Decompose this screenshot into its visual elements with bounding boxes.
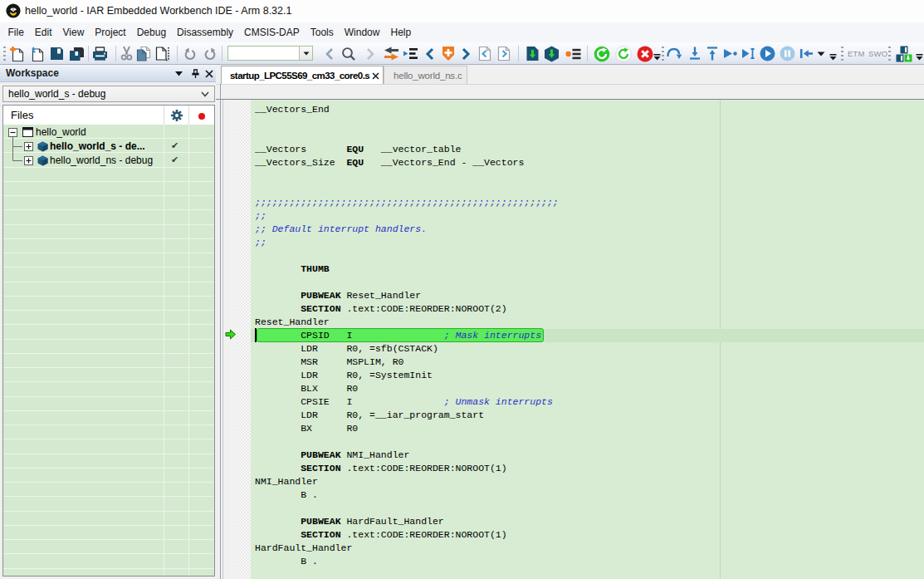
expand-icon[interactable] [24,142,33,151]
code-line: LDR R0, =__iar_program_start [255,409,924,422]
next-statement-button[interactable] [722,44,737,63]
new-document-button[interactable] [8,44,25,63]
stop-debugging-button[interactable] [636,44,653,63]
fold-margin[interactable] [237,100,251,579]
swo-button[interactable]: SWO [868,46,887,61]
quick-search-dropdown-button[interactable] [299,47,312,60]
navigate-backward-icon [424,47,435,61]
column-grid-line [164,125,164,576]
download-and-debug-button[interactable] [543,44,560,63]
build-log-button[interactable] [565,44,581,63]
close-panel-icon[interactable] [205,70,213,78]
code-line [255,169,924,183]
gear-icon[interactable] [170,109,183,122]
build-configuration-select[interactable]: hello_world_s - debug [2,86,215,102]
tree-row-hello-world[interactable]: hello_world [3,125,214,140]
code-line: ;;;;;;;;;;;;;;;;;;;;;;;;;;;;;;;;;;;;;;;;… [255,196,924,209]
collapse-icon[interactable] [8,128,17,137]
menu-tools[interactable]: Tools [305,22,339,42]
toolbar-grip[interactable] [662,47,664,61]
files-tree-body[interactable]: hello_world hello_world_s - de...✔ hello… [3,125,214,576]
reset-target-button[interactable] [798,44,814,63]
navigate-backward-button[interactable] [423,44,435,63]
panel-menu-icon[interactable] [175,71,183,76]
copy-button[interactable] [135,44,151,63]
tab-startup-file[interactable]: startup_LPC55S69_cm33_core0.s [221,66,384,84]
find-next-button[interactable] [364,44,376,63]
cut-button[interactable] [119,44,134,63]
code-line: PUBWEAK NMI_Handler [255,449,924,462]
files-tree-header[interactable]: Files [3,105,214,125]
open-button[interactable] [28,44,45,63]
navigate-forward-button[interactable] [460,44,472,63]
code-line: HardFault_Handler [255,542,924,555]
cut-icon [120,46,134,61]
find-button[interactable] [340,44,357,63]
quick-search-input[interactable] [229,47,299,59]
menu-help[interactable]: Help [385,22,417,42]
step-out-icon [706,47,719,61]
expand-icon[interactable] [24,156,33,165]
close-tab-icon[interactable] [372,72,379,80]
print-button[interactable] [91,44,108,63]
tree-row-hello-world-s-de[interactable]: hello_world_s - de...✔ [3,140,214,154]
menu-file[interactable]: File [2,22,29,42]
editor-area: startup_LPC55S69_cm33_core0.s hello_worl… [216,65,924,579]
menu-debug[interactable]: Debug [131,22,171,42]
go-to-button[interactable] [403,44,418,63]
checkmark-icon: ✔ [171,154,183,168]
tab-hello-world-ns[interactable]: hello_world_ns.c [384,66,467,84]
breakpoint-gutter[interactable] [223,100,237,579]
toggle-breakpoint-icon [442,46,455,61]
redo-button[interactable] [202,44,218,63]
menu-view[interactable]: View [57,22,90,42]
terminal-io-button[interactable] [895,44,912,63]
reset-dropdown-button[interactable] [816,44,825,63]
find-replace-button[interactable] [383,44,399,63]
reset-button[interactable] [593,44,610,63]
go-button[interactable] [759,44,775,63]
menu-project[interactable]: Project [90,22,131,42]
toolbar-separator [88,46,89,61]
make-button[interactable] [525,44,540,63]
toggle-breakpoint-button[interactable] [441,44,455,63]
paste-button[interactable] [154,44,170,63]
find-previous-icon [324,47,335,61]
toolbar-overflow-button[interactable] [829,54,837,61]
save-button[interactable] [48,44,65,63]
menu-cmsis-dap[interactable]: CMSIS-DAP [239,22,306,42]
code-editor[interactable]: __Vectors_End __Vectors EQU __vector_tab… [251,100,924,579]
breakpoint-column-icon[interactable] [198,113,205,120]
find-previous-button[interactable] [323,44,335,63]
menu-disassembly[interactable]: Disassembly [172,22,239,42]
step-over-button[interactable] [665,44,682,63]
code-line: PUBWEAK Reset_Handler [255,289,924,302]
workspace-panel-header[interactable]: Workspace [0,65,216,82]
run-to-cursor-button[interactable] [741,44,755,63]
toolbar-grip[interactable] [841,47,843,61]
quick-search-combo[interactable] [227,46,313,61]
go-to-icon [403,47,418,60]
find-next-icon [364,47,376,61]
toolbar-grip[interactable] [888,47,891,61]
etm-button[interactable]: ETM [848,46,865,61]
step-out-button[interactable] [705,44,720,63]
tabstrip-bottom-line [216,84,924,85]
reset-dropdown-icon [817,52,825,56]
undo-button[interactable] [182,44,198,63]
tree-node-label: hello_world [36,125,86,140]
step-into-button[interactable] [687,44,702,63]
toolbar-grip[interactable] [3,47,6,61]
save-all-button[interactable] [68,44,85,63]
tree-row-hello-world-ns-debug[interactable]: hello_world_ns - debug✔ [3,154,214,168]
previous-document-button[interactable] [477,44,491,63]
pin-icon[interactable] [190,69,199,79]
next-document-button[interactable] [496,44,511,63]
break-button[interactable] [779,44,795,63]
code-line: MSR MSPLIM, R0 [255,356,924,369]
menu-edit[interactable]: Edit [29,22,57,42]
toolbar-overflow-button[interactable] [653,54,661,61]
restart-debugger-button[interactable] [614,44,632,63]
toolbar-overflow-button[interactable] [916,54,923,61]
menu-window[interactable]: Window [339,22,385,42]
